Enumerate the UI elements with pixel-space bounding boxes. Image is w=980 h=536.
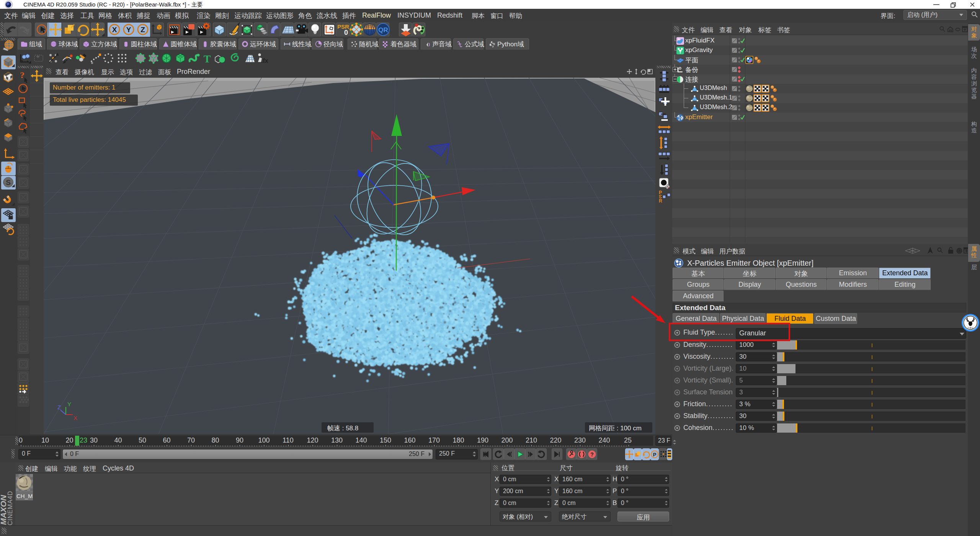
svg-text:行走云: 行走云 <box>967 327 974 329</box>
svg-text:Y: Y <box>67 401 71 407</box>
svg-text:P: P <box>653 452 657 458</box>
svg-text:CH_M: CH_M <box>16 493 33 499</box>
svg-text:X: X <box>112 26 117 34</box>
svg-text:Z: Z <box>140 26 145 34</box>
svg-text:?: ? <box>590 451 594 458</box>
svg-text:QR: QR <box>378 26 388 34</box>
svg-text:0: 0 <box>344 29 348 36</box>
svg-text:?: ? <box>20 70 24 80</box>
svg-text:S: S <box>6 178 11 186</box>
svg-text:Z: Z <box>57 404 61 410</box>
svg-text:Y: Y <box>126 26 131 34</box>
svg-text:.fx: .fx <box>261 57 268 64</box>
svg-text:T: T <box>204 53 211 65</box>
svg-text:X: X <box>74 415 77 421</box>
svg-text:R: R <box>659 198 662 204</box>
